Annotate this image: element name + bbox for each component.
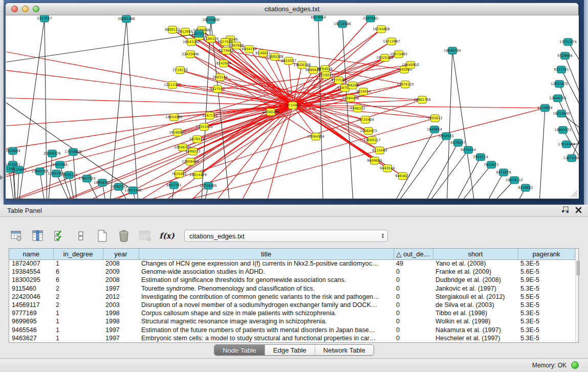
svg-text:13505115: 13505115 <box>60 173 78 177</box>
svg-text:15885209: 15885209 <box>266 55 284 59</box>
network-window-titlebar[interactable]: citations_edges.txt <box>6 3 578 15</box>
new-table-icon[interactable] <box>95 229 110 243</box>
column-chooser-icon[interactable] <box>31 229 45 243</box>
table-row[interactable]: 1872400712008Changes of HCN gene express… <box>9 259 575 268</box>
svg-text:10654112: 10654112 <box>506 178 523 182</box>
svg-text:17359928: 17359928 <box>64 150 82 154</box>
svg-text:16543382: 16543382 <box>183 40 200 44</box>
close-panel-icon[interactable] <box>575 207 582 213</box>
adjacent-window-edge <box>584 0 588 205</box>
svg-text:2803144: 2803144 <box>212 75 227 79</box>
svg-text:6879197: 6879197 <box>450 141 465 145</box>
network-canvas[interactable]: 1872400788601238912955182260589827508165… <box>6 15 579 199</box>
table-panel-title: Table Panel <box>7 207 42 214</box>
tab-edge-table[interactable]: Edge Table <box>265 345 315 355</box>
table-selector-dropdown[interactable]: citations_edges.txt ▲▼ <box>184 230 388 242</box>
svg-text:746266: 746266 <box>346 83 359 87</box>
svg-text:12093872: 12093872 <box>551 82 568 86</box>
svg-text:12353504: 12353504 <box>195 125 213 129</box>
network-view-window[interactable]: citations_edges.txt 18724007886012389129… <box>5 3 579 199</box>
table-row[interactable]: 1938455462009Genome-wide association stu… <box>9 268 575 276</box>
scrollbar-thumb[interactable] <box>576 260 580 276</box>
column-header[interactable]: title <box>139 249 394 259</box>
network-window-title: citations_edges.txt <box>6 5 578 13</box>
svg-text:16648784: 16648784 <box>444 49 461 53</box>
column-header[interactable]: pagerank <box>518 249 575 259</box>
svg-text:18992971: 18992971 <box>554 128 572 132</box>
svg-text:8186328: 8186328 <box>203 37 218 41</box>
svg-text:12975115: 12975115 <box>397 82 414 86</box>
svg-text:2313557: 2313557 <box>37 16 52 20</box>
svg-text:12213383: 12213383 <box>164 83 181 87</box>
svg-text:9245652: 9245652 <box>518 186 533 190</box>
svg-text:18640910: 18640910 <box>402 63 419 67</box>
table-row[interactable]: 1830029562008Estimation of significance … <box>9 276 575 284</box>
column-header[interactable]: name <box>9 249 53 259</box>
column-header[interactable]: short <box>433 249 518 259</box>
table-row[interactable]: 2242004622012Investigating the contribut… <box>9 293 575 301</box>
table-vertical-scrollbar[interactable] <box>575 249 579 342</box>
column-header[interactable]: in_degree <box>53 249 103 259</box>
svg-text:9498222: 9498222 <box>185 149 200 154</box>
table-row[interactable]: 946554611997Estimation of the future num… <box>9 326 575 334</box>
table-row[interactable]: 946362711997Embryonic stem cells: a mode… <box>9 334 575 342</box>
memory-status-label: Memory: OK <box>532 362 567 369</box>
float-panel-icon[interactable] <box>561 206 569 213</box>
select-columns-icon[interactable] <box>52 229 67 243</box>
svg-text:16720404: 16720404 <box>357 118 374 122</box>
svg-text:8912955: 8912955 <box>178 30 192 34</box>
svg-text:2620659: 2620659 <box>6 149 20 153</box>
column-header[interactable]: year <box>103 249 139 259</box>
svg-text:9777169: 9777169 <box>331 78 346 82</box>
svg-text:2587682: 2587682 <box>363 16 378 20</box>
svg-text:8454749: 8454749 <box>242 47 256 51</box>
table-row[interactable]: 911546021997Tourette syndrome. Phenomeno… <box>9 285 575 293</box>
memory-status-led[interactable] <box>571 361 579 369</box>
svg-text:9699695: 9699695 <box>367 159 382 163</box>
svg-text:7632621: 7632621 <box>484 163 498 167</box>
svg-text:19654905: 19654905 <box>165 115 183 119</box>
svg-text:12213967: 12213967 <box>383 39 400 43</box>
svg-text:8813054: 8813054 <box>311 15 325 19</box>
svg-text:8267150: 8267150 <box>202 114 217 118</box>
svg-text:15751874: 15751874 <box>559 40 577 44</box>
table-row[interactable]: 969969511998Structural magnetic resonanc… <box>9 317 575 325</box>
window-resize-grip[interactable] <box>571 190 578 198</box>
svg-text:17957223: 17957223 <box>78 177 96 181</box>
row-height-icon[interactable] <box>74 229 88 243</box>
svg-text:8215958: 8215958 <box>537 106 552 110</box>
table-settings-icon[interactable] <box>9 229 24 243</box>
svg-text:9210227: 9210227 <box>318 73 333 77</box>
svg-text:9857791: 9857791 <box>166 183 181 187</box>
svg-text:5958923: 5958923 <box>439 134 453 138</box>
column-header[interactable]: △ out_de… <box>394 249 433 259</box>
svg-text:14569117: 14569117 <box>363 138 381 142</box>
svg-text:2935114: 2935114 <box>473 155 488 159</box>
svg-text:11675306: 11675306 <box>563 156 579 160</box>
svg-text:9115460: 9115460 <box>372 148 387 152</box>
svg-text:8471676: 8471676 <box>496 170 511 174</box>
network-canvas-svg: 1872400788601238912955182260589827508165… <box>6 15 579 199</box>
svg-text:12909489: 12909489 <box>182 160 199 164</box>
delete-rows-trash-icon[interactable] <box>117 229 131 243</box>
svg-text:20206576: 20206576 <box>43 151 61 156</box>
splitter-collapse-arrow[interactable] <box>0 175 3 180</box>
svg-text:12923488: 12923488 <box>124 188 142 192</box>
tab-network-table[interactable]: Network Table <box>315 345 374 355</box>
svg-text:20691406: 20691406 <box>118 17 135 21</box>
svg-text:18724007: 18724007 <box>284 103 301 107</box>
svg-text:1115685: 1115685 <box>11 168 26 172</box>
svg-text:5878314: 5878314 <box>189 137 204 141</box>
function-builder-icon[interactable]: f(x) <box>160 229 174 243</box>
delete-table-icon-disabled <box>138 229 153 243</box>
svg-text:22420046: 22420046 <box>182 52 199 56</box>
svg-text:9227341: 9227341 <box>554 68 569 72</box>
svg-text:16914479: 16914479 <box>189 173 207 177</box>
table-row[interactable]: 1456911722003Disruption of a novel membe… <box>9 301 575 309</box>
svg-text:9465546: 9465546 <box>380 166 395 170</box>
table-selector-value: citations_edges.txt <box>185 232 378 240</box>
tab-node-table[interactable]: Node Table <box>214 345 265 355</box>
svg-text:19384554: 19384554 <box>307 135 324 139</box>
svg-text:13942757: 13942757 <box>31 169 49 173</box>
table-row[interactable]: 977716911998Corpus callosum shape and si… <box>9 309 575 317</box>
